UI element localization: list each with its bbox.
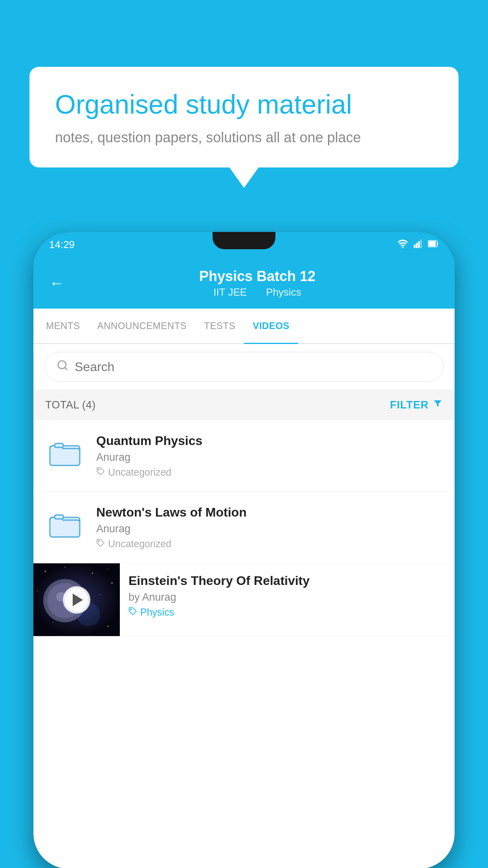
list-item[interactable]: Newton's Laws of Motion Anurag Uncategor… (33, 492, 455, 563)
status-time: 14:29 (49, 239, 75, 251)
play-button[interactable] (63, 586, 90, 614)
svg-rect-1 (414, 245, 415, 248)
search-container (33, 344, 455, 390)
svg-point-18 (92, 573, 93, 574)
svg-point-11 (98, 469, 99, 470)
tab-tests[interactable]: TESTS (195, 309, 244, 343)
svg-point-24 (108, 626, 109, 627)
video-author: Anurag (96, 523, 443, 535)
video-list: Quantum Physics Anurag Uncategorized (33, 420, 455, 636)
signal-icon (414, 239, 422, 250)
svg-point-17 (64, 567, 65, 568)
folder-icon (49, 438, 81, 469)
bubble-title: Organised study material (55, 88, 433, 121)
video-title: Quantum Physics (96, 434, 443, 448)
tag-label: Uncategorized (108, 538, 171, 550)
svg-rect-6 (429, 241, 436, 246)
video-title: Einstein's Theory Of Relativity (128, 574, 446, 588)
tabs-bar: MENTS ANNOUNCEMENTS TESTS VIDEOS (33, 309, 455, 344)
tag-label: Physics (140, 607, 174, 618)
video-title: Newton's Laws of Motion (96, 505, 443, 520)
video-info: Newton's Laws of Motion Anurag Uncategor… (96, 505, 443, 550)
svg-rect-4 (420, 239, 422, 248)
wifi-icon (397, 239, 408, 250)
search-bar[interactable] (44, 352, 444, 382)
speech-bubble: Organised study material notes, question… (29, 67, 459, 167)
status-bar: 14:29 (33, 232, 455, 257)
search-icon (57, 359, 68, 374)
svg-point-14 (98, 541, 99, 542)
tag-label: Uncategorized (108, 467, 171, 478)
video-thumbnail (33, 563, 120, 636)
video-tag: Uncategorized (96, 538, 443, 550)
tag-icon (96, 467, 105, 478)
video-tag: Physics (128, 607, 446, 618)
subtitle-physics: Physics (266, 286, 301, 298)
phone-frame: 14:29 (33, 232, 455, 868)
filter-label: FILTER (390, 399, 429, 411)
svg-point-0 (402, 247, 404, 248)
folder-icon-wrap (45, 434, 84, 473)
bubble-subtitle: notes, question papers, solutions all at… (55, 129, 433, 146)
svg-rect-13 (55, 515, 63, 519)
svg-rect-2 (416, 243, 418, 248)
total-label: TOTAL (4) (45, 399, 96, 411)
filter-icon (433, 399, 443, 412)
video-author: by Anurag (128, 591, 446, 603)
tag-icon (128, 607, 137, 618)
svg-point-29 (130, 609, 132, 610)
notch (213, 232, 275, 249)
svg-line-8 (65, 368, 67, 370)
status-icons (397, 239, 439, 250)
list-item[interactable]: Quantum Physics Anurag Uncategorized (33, 420, 455, 492)
svg-point-21 (37, 590, 38, 591)
battery-icon (428, 240, 439, 249)
subtitle-iitjee: IIT JEE (213, 286, 247, 298)
svg-point-20 (112, 583, 113, 584)
svg-point-19 (108, 569, 108, 570)
toolbar: ← Physics Batch 12 IIT JEE Physics (33, 257, 455, 309)
tab-videos[interactable]: VIDEOS (244, 309, 298, 343)
video-tag: Uncategorized (96, 467, 443, 478)
svg-point-22 (100, 594, 101, 595)
folder-icon (49, 509, 81, 541)
toolbar-center: Physics Batch 12 IIT JEE Physics (76, 268, 439, 298)
svg-point-23 (53, 622, 53, 623)
folder-icon-wrap (45, 505, 84, 544)
play-triangle (73, 594, 83, 606)
video-info: Quantum Physics Anurag Uncategorized (96, 434, 443, 478)
toolbar-subtitle: IIT JEE Physics (76, 286, 439, 298)
screen: ← Physics Batch 12 IIT JEE Physics MENTS… (33, 257, 455, 868)
filter-row: TOTAL (4) FILTER (33, 390, 455, 420)
search-input[interactable] (75, 360, 431, 374)
video-info: Einstein's Theory Of Relativity by Anura… (120, 563, 455, 628)
video-author: Anurag (96, 451, 443, 463)
tag-icon (96, 538, 105, 550)
svg-rect-10 (55, 443, 63, 447)
list-item[interactable]: Einstein's Theory Of Relativity by Anura… (33, 563, 455, 636)
back-button[interactable]: ← (49, 275, 64, 292)
toolbar-title: Physics Batch 12 (76, 268, 439, 285)
svg-point-16 (45, 571, 46, 572)
filter-button[interactable]: FILTER (390, 399, 443, 412)
svg-rect-3 (418, 241, 420, 248)
tab-announcements[interactable]: ANNOUNCEMENTS (89, 309, 196, 343)
tab-ments[interactable]: MENTS (37, 309, 89, 343)
